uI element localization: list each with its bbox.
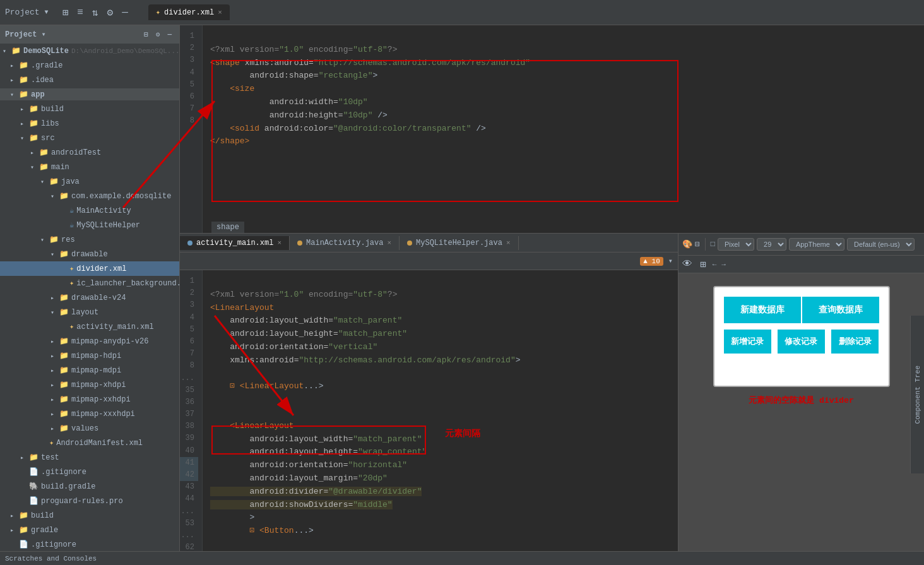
tree-item[interactable]: ☕ MainActivity (0, 203, 179, 218)
tab-close-btn[interactable]: × (218, 9, 222, 16)
tab-mainactivity-close[interactable]: × (387, 239, 391, 247)
btn-modify-record[interactable]: 修改记录 (778, 330, 825, 354)
libs-folder-icon: 📁 (29, 119, 38, 128)
tree-item[interactable]: ▾ 📁 main (0, 160, 179, 174)
button-row-1: 新建数据库 查询数据库 (724, 297, 879, 323)
tree-item[interactable]: ▾ 📁 app (0, 87, 179, 102)
sidebar-settings-icon[interactable]: ⚙ (153, 29, 163, 40)
gitignore-root-label: .gitignore (31, 540, 76, 549)
btn-add-record[interactable]: 新增记录 (724, 330, 771, 354)
tree-item[interactable]: 📄 .gitignore (0, 465, 179, 479)
mipmap-anydpi-label: mipmap-anydpi-v26 (71, 337, 148, 346)
expand-icon: ▸ (50, 381, 57, 389)
toolbar-info: ▲ 10 ▾ (640, 256, 673, 266)
upper-editor-content[interactable]: 12345678 <?xml version="1.0" encoding="u… (180, 25, 924, 233)
tree-item[interactable]: ▾ 📁 com.example.demosqlite (0, 189, 179, 203)
mipmap-xxxhdpi-label: mipmap-xxxhdpi (71, 410, 135, 419)
sidebar-close-icon[interactable]: — (165, 29, 174, 40)
tree-item[interactable]: ▾ 📁 DemoSQLite D:\Android_Demo\DemoSQL..… (0, 44, 179, 58)
tree-item[interactable]: ▸ 📁 .gradle (0, 58, 179, 73)
tree-item[interactable]: ▸ 📁 .idea (0, 73, 179, 87)
tab-activity-main[interactable]: activity_main.xml × (180, 236, 290, 250)
code-lines[interactable]: <?xml version="1.0" encoding="utf-8"?> <… (203, 25, 924, 233)
tab-divider-xml[interactable]: ✦ divider.xml × (148, 4, 230, 20)
sidebar-collapse-icon[interactable]: ⊟ (141, 29, 151, 40)
device-icon[interactable]: □ (711, 240, 715, 249)
tree-item[interactable]: ▸ 📁 libs (0, 116, 179, 131)
lower-editor-content[interactable]: 12345678 ... 353637383940 4142 4344 ... … (180, 270, 678, 565)
tree-item[interactable]: ▸ 📁 mipmap-anydpi-v26 (0, 334, 179, 348)
locale-select[interactable]: Default (en-us) (847, 238, 915, 251)
tab-mysqlitehelper[interactable]: MySQLiteHelper.java × (400, 236, 518, 250)
btn-query-db[interactable]: 查询数据库 (802, 297, 879, 323)
tree-item[interactable]: ▸ 📁 values (0, 421, 179, 436)
row-divider-1 (724, 323, 879, 330)
tree-item[interactable]: ▸ 📁 build (0, 508, 179, 523)
tree-item[interactable]: 📄 .gitignore (0, 537, 179, 552)
tab-mainactivity[interactable]: MainActivity.java × (290, 236, 400, 250)
tree-item[interactable]: 📄 proguard-rules.pro (0, 494, 179, 508)
tree-item[interactable]: ▸ 📁 mipmap-xxxhdpi (0, 407, 179, 421)
component-tree-icon[interactable]: ⊟ (695, 239, 700, 249)
proguard-icon: 📄 (29, 496, 38, 506)
tree-item[interactable]: ▾ 📁 res (0, 232, 179, 247)
lower-code-lines[interactable]: <?xml version="1.0" encoding="utf-8"?> <… (203, 270, 678, 565)
sort-icon[interactable]: ⇅ (90, 5, 101, 20)
layout-icon[interactable]: ⊞ (60, 5, 71, 20)
grid-icon[interactable]: ⊞ (696, 258, 710, 271)
tree-item[interactable]: ▸ 📁 drawable-v24 (0, 290, 179, 305)
tab-activity-close[interactable]: × (277, 239, 281, 247)
preview-tabs: 👁 ⊞ ← → (678, 256, 924, 273)
tree-item-divider-xml[interactable]: ✦ divider.xml (0, 261, 179, 276)
minimize-icon[interactable]: — (119, 6, 131, 20)
tree-item[interactable]: ✦ AndroidManifest.xml (0, 436, 179, 450)
api-select[interactable]: 29 (757, 238, 786, 251)
tree-item[interactable]: ▸ 📁 test (0, 450, 179, 465)
tree-item[interactable]: ▸ 📁 mipmap-xhdpi (0, 378, 179, 392)
tree-item[interactable]: ☕ MySQLiteHelper (0, 218, 179, 232)
expand-icon (20, 497, 27, 504)
structure-icon[interactable]: ≡ (74, 6, 86, 20)
top-bar-icons: ⊞ ≡ ⇅ ⚙ — (60, 5, 131, 20)
theme-select[interactable]: AppTheme (789, 238, 844, 251)
tree-item[interactable]: ▸ 📁 androidTest (0, 145, 179, 160)
editor-area: 12345678 <?xml version="1.0" encoding="u… (180, 25, 924, 565)
tab-java-dot (297, 241, 302, 246)
tree-item[interactable]: ▸ 📁 mipmap-xxhdpi (0, 392, 179, 407)
tree-item[interactable]: ✦ ic_launcher_background... (0, 276, 179, 290)
pixel-select[interactable]: Pixel (718, 238, 754, 251)
expand-icon: ▾ (50, 309, 57, 316)
expand-icon: ▾ (40, 236, 47, 244)
tree-item[interactable]: ▸ 📁 mipmap-hdpi (0, 348, 179, 363)
btn-delete-record[interactable]: 删除记录 (831, 330, 879, 354)
settings-icon[interactable]: ⚙ (105, 5, 116, 20)
eye-icon[interactable]: 👁 (678, 258, 696, 270)
tree-item[interactable]: 🐘 build.gradle (0, 479, 179, 494)
tree-item[interactable]: ▸ 📁 mipmap-mdpi (0, 363, 179, 378)
tab-mysqlitehelper-close[interactable]: × (506, 239, 511, 247)
tree-item[interactable]: ▾ 📁 src (0, 131, 179, 145)
expand-icon: ▸ (50, 338, 57, 345)
project-dropdown-arrow[interactable]: ▼ (45, 9, 49, 16)
toolbar-dropdown[interactable]: ▾ (668, 256, 673, 266)
warning-badge[interactable]: ▲ 10 (640, 257, 663, 266)
component-tree-side[interactable]: Component Tree (910, 316, 924, 473)
gitignore-app-icon: 📄 (29, 467, 38, 477)
androidmanifest-label: AndroidManifest.xml (56, 439, 143, 448)
project-label[interactable]: Project (5, 8, 40, 17)
palette-icon[interactable]: 🎨 (682, 239, 692, 249)
bottom-scratches[interactable]: Scratches and Consoles (5, 555, 97, 562)
btn-new-db[interactable]: 新建数据库 (724, 297, 801, 323)
tree-item[interactable]: ▾ 📁 drawable (0, 247, 179, 261)
arrow-left-icon[interactable]: ← (710, 261, 720, 268)
tree-item[interactable]: ▸ 📁 build (0, 102, 179, 116)
tree-item[interactable]: ✦ activity_main.xml (0, 319, 179, 334)
tree-item[interactable]: ▾ 📁 java (0, 174, 179, 189)
expand-icon (61, 280, 67, 287)
tree-item[interactable]: ▾ 📁 layout (0, 305, 179, 319)
mainactivity-label: MainActivity (76, 206, 131, 215)
arrow-right-icon[interactable]: → (719, 261, 728, 268)
gradle-root-icon: 📁 (19, 525, 28, 535)
tree-item[interactable]: ▸ 📁 gradle (0, 523, 179, 537)
expand-icon: ▾ (3, 47, 9, 55)
